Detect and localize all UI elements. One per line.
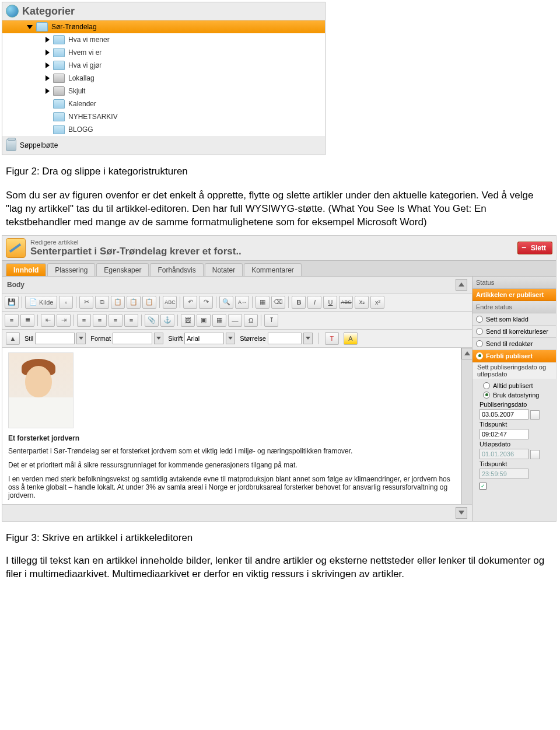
align-center-icon[interactable]: ≡ xyxy=(93,314,107,327)
subscript-icon[interactable]: x₂ xyxy=(355,296,369,309)
status-opt-keep-published[interactable]: Forbli publisert xyxy=(473,350,556,362)
status-header: Status xyxy=(473,277,556,289)
collapse-toolbar-icon[interactable]: ▲ xyxy=(6,332,20,345)
strike-icon[interactable]: ABC xyxy=(339,296,353,309)
superscript-icon[interactable]: x² xyxy=(370,296,384,309)
align-right-icon[interactable]: ≡ xyxy=(108,314,123,327)
radio-icon xyxy=(476,328,483,335)
article-content[interactable]: Et forsterket jordvern Senterpartiet i S… xyxy=(2,348,461,504)
style-select[interactable] xyxy=(35,333,75,344)
tab-kommentarer[interactable]: Kommentarer xyxy=(244,263,302,276)
trash-row[interactable]: Søppelbøtte xyxy=(2,136,325,155)
spacer xyxy=(46,127,50,132)
pubdate-input[interactable] xyxy=(480,409,528,420)
calendar-icon[interactable] xyxy=(530,410,540,420)
tab-plassering[interactable]: Plassering xyxy=(47,263,95,276)
tree-root-row[interactable]: Sør-Trøndelag xyxy=(2,20,325,33)
chevron-down-icon[interactable] xyxy=(154,333,163,344)
textcolor-icon[interactable]: T xyxy=(325,332,339,345)
tab-egenskaper[interactable]: Egenskaper xyxy=(96,263,149,276)
paste-text-icon[interactable]: 📋 xyxy=(127,296,141,309)
numlist-icon[interactable]: ≡ xyxy=(5,314,19,327)
radio-icon xyxy=(483,392,490,399)
editor-scrollbar[interactable] xyxy=(461,348,472,504)
radio-icon xyxy=(476,352,483,359)
chevron-down-icon[interactable] xyxy=(226,333,235,344)
tree-item[interactable]: Kalender xyxy=(2,97,325,110)
anchor-icon[interactable]: ⚓ xyxy=(160,314,174,327)
flash-icon[interactable]: ▣ xyxy=(197,314,211,327)
trash-icon xyxy=(6,139,16,151)
format-label: Format xyxy=(90,335,111,342)
globe-icon xyxy=(6,5,19,18)
always-published-option[interactable]: Alltid publisert xyxy=(483,382,551,389)
image-icon[interactable]: 🖼 xyxy=(181,314,195,327)
copy-icon[interactable]: ⧉ xyxy=(95,296,109,309)
undo-icon[interactable]: ↶ xyxy=(183,296,197,309)
article-p3: I en verden med sterk befolkningsvekst o… xyxy=(8,475,455,500)
delete-button[interactable]: Slett xyxy=(517,242,552,254)
body-paragraph-1: Som du ser av figuren ovenfor er det enk… xyxy=(6,189,542,229)
font-select[interactable] xyxy=(184,333,224,344)
exptime-input[interactable] xyxy=(480,469,528,479)
bullist-icon[interactable]: ≣ xyxy=(20,314,34,327)
tree-item[interactable]: NYHETSARKIV xyxy=(2,110,325,123)
scroll-down-button[interactable] xyxy=(456,507,467,519)
source-button[interactable]: 📄Kilde xyxy=(25,296,57,309)
find-icon[interactable]: 🔍 xyxy=(219,296,233,309)
pagebreak-icon[interactable]: ⤒ xyxy=(264,314,278,327)
spellcheck-icon[interactable]: ABC xyxy=(163,296,177,309)
exptime-label: Tidspunkt xyxy=(480,460,551,467)
scroll-up-button[interactable] xyxy=(456,279,467,291)
hr-icon[interactable]: — xyxy=(228,314,242,327)
align-left-icon[interactable]: ≡ xyxy=(77,314,91,327)
use-dates-option[interactable]: Bruk datostyring xyxy=(483,392,551,399)
chevron-down-icon[interactable] xyxy=(303,333,313,344)
newpage-icon[interactable]: ▫ xyxy=(59,296,73,309)
format-select[interactable] xyxy=(113,333,152,344)
attach-icon[interactable]: 📎 xyxy=(145,314,159,327)
removeformat-icon[interactable]: ⌫ xyxy=(271,296,285,309)
tab-notater[interactable]: Notater xyxy=(205,263,243,276)
tree-item[interactable]: Lokallag xyxy=(2,72,325,85)
paste-icon[interactable]: 📋 xyxy=(111,296,125,309)
tree-item[interactable]: Hvem vi er xyxy=(2,46,325,59)
tree-item[interactable]: Hva vi gjør xyxy=(2,59,325,72)
tab-forhåndsvis[interactable]: Forhåndsvis xyxy=(150,263,203,276)
underline-icon[interactable]: U xyxy=(323,296,337,309)
editor-header: Redigere artikkel Senterpartiet i Sør-Tr… xyxy=(2,236,556,260)
chevron-right-icon xyxy=(46,37,50,43)
replace-icon[interactable]: A↔ xyxy=(235,296,249,309)
calendar-icon[interactable] xyxy=(530,450,540,459)
scroll-up-button[interactable] xyxy=(461,348,473,359)
outdent-icon[interactable]: ⇤ xyxy=(41,314,55,327)
save-icon[interactable]: 💾 xyxy=(5,296,19,309)
cut-icon[interactable]: ✂ xyxy=(79,296,93,309)
tree-item[interactable]: BLOGG xyxy=(2,123,325,136)
status-opt-editor[interactable]: Send til redaktør xyxy=(473,338,556,350)
align-justify-icon[interactable]: ≡ xyxy=(124,314,138,327)
size-select[interactable] xyxy=(268,333,302,344)
checkbox[interactable]: ✓ xyxy=(480,483,487,490)
paste-word-icon[interactable]: 📋 xyxy=(142,296,156,309)
article-p1: Senterpartiet i Sør-Trøndelag ser et for… xyxy=(8,447,455,455)
chevron-down-icon[interactable] xyxy=(76,333,86,344)
change-status-header: Endre status xyxy=(473,301,556,313)
table-icon[interactable]: ▦ xyxy=(212,314,226,327)
bold-icon[interactable]: B xyxy=(292,296,306,309)
spacer xyxy=(46,114,50,120)
special-icon[interactable]: Ω xyxy=(244,314,258,327)
tree-item-label: Hva vi mener xyxy=(68,36,110,44)
bgcolor-icon[interactable]: A xyxy=(344,332,358,345)
tree-item[interactable]: Skjult xyxy=(2,85,325,97)
indent-icon[interactable]: ⇥ xyxy=(57,314,71,327)
italic-icon[interactable]: I xyxy=(307,296,321,309)
expdate-input[interactable] xyxy=(480,449,528,459)
pubtime-input[interactable] xyxy=(480,429,528,439)
selectall-icon[interactable]: ▦ xyxy=(256,296,270,309)
status-opt-draft[interactable]: Sett som kladd xyxy=(473,313,556,326)
tab-innhold[interactable]: Innhold xyxy=(6,263,46,276)
status-opt-proof[interactable]: Send til korrekturleser xyxy=(473,326,556,338)
tree-item[interactable]: Hva vi mener xyxy=(2,33,325,46)
redo-icon[interactable]: ↷ xyxy=(199,296,213,309)
